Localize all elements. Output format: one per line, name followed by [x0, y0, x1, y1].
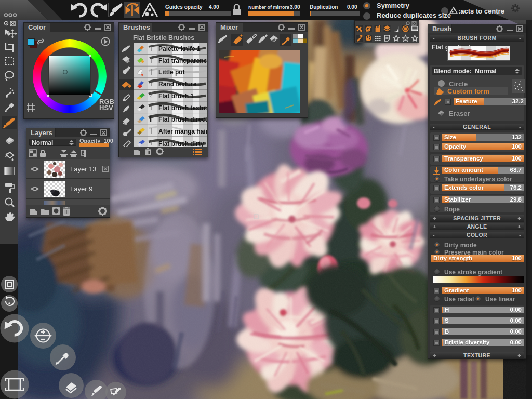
svg-text:Little put: Little put — [158, 69, 185, 76]
svg-text:Rand texture: Rand texture — [158, 81, 197, 88]
svg-text:Flat trancparency: Flat trancparency — [158, 57, 207, 64]
svg-text:After manga hair: After manga hair — [158, 128, 207, 135]
svg-text:Flat brush dirty: Flat brush dirty — [158, 140, 204, 148]
svg-text:Palette knife 1: Palette knife 1 — [158, 45, 201, 52]
svg-text:Flat brush texture: Flat brush texture — [158, 104, 207, 112]
svg-text:Flat brush 1: Flat brush 1 — [158, 92, 194, 100]
svg-text:Flat brush directi: Flat brush directi — [158, 116, 207, 123]
